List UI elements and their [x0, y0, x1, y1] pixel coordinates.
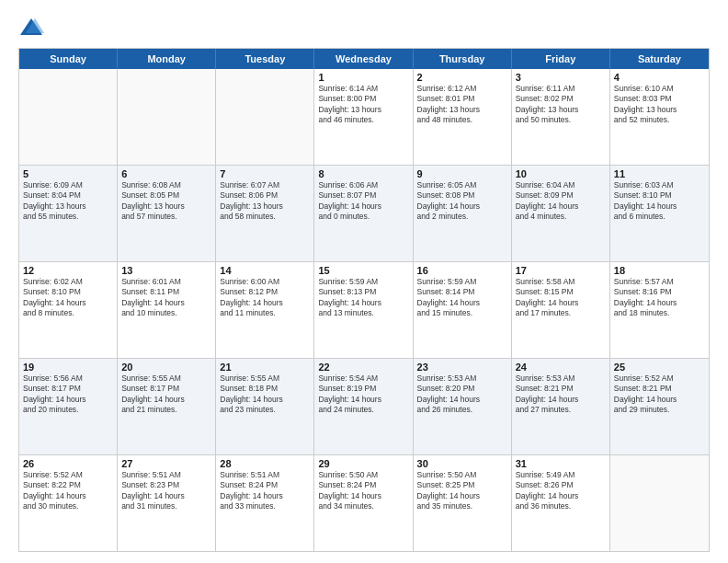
calendar-cell: 21Sunrise: 5:55 AM Sunset: 8:18 PM Dayli… — [216, 359, 314, 454]
day-number: 14 — [220, 265, 310, 276]
cell-info: Sunrise: 5:58 AM Sunset: 8:15 PM Dayligh… — [516, 277, 606, 319]
calendar-cell: 10Sunrise: 6:04 AM Sunset: 8:09 PM Dayli… — [512, 166, 610, 261]
calendar-header-cell: Thursday — [414, 49, 512, 69]
calendar-week: 1Sunrise: 6:14 AM Sunset: 8:00 PM Daylig… — [19, 69, 709, 166]
day-number: 10 — [516, 168, 606, 179]
calendar-cell: 30Sunrise: 5:50 AM Sunset: 8:25 PM Dayli… — [414, 455, 512, 551]
cell-info: Sunrise: 5:52 AM Sunset: 8:22 PM Dayligh… — [23, 470, 113, 512]
day-number: 4 — [614, 72, 705, 83]
cell-info: Sunrise: 6:14 AM Sunset: 8:00 PM Dayligh… — [318, 84, 408, 126]
day-number: 21 — [220, 362, 310, 373]
cell-info: Sunrise: 5:49 AM Sunset: 8:26 PM Dayligh… — [516, 470, 606, 512]
day-number: 13 — [121, 265, 211, 276]
day-number: 28 — [220, 458, 310, 469]
calendar-cell: 16Sunrise: 5:59 AM Sunset: 8:14 PM Dayli… — [414, 262, 512, 358]
cell-info: Sunrise: 5:55 AM Sunset: 8:17 PM Dayligh… — [121, 373, 211, 416]
calendar-header-cell: Friday — [512, 49, 610, 69]
calendar-cell: 22Sunrise: 5:54 AM Sunset: 8:19 PM Dayli… — [314, 359, 413, 454]
logo-icon — [18, 15, 44, 40]
calendar-header-cell: Monday — [118, 49, 216, 69]
cell-info: Sunrise: 5:59 AM Sunset: 8:13 PM Dayligh… — [318, 277, 408, 319]
calendar-cell: 14Sunrise: 6:00 AM Sunset: 8:12 PM Dayli… — [216, 262, 314, 358]
calendar-cell: 31Sunrise: 5:49 AM Sunset: 8:26 PM Dayli… — [512, 455, 610, 551]
cell-info: Sunrise: 5:53 AM Sunset: 8:21 PM Dayligh… — [516, 373, 606, 416]
calendar-header-cell: Saturday — [610, 49, 709, 69]
cell-info: Sunrise: 5:56 AM Sunset: 8:17 PM Dayligh… — [23, 373, 113, 416]
day-number: 29 — [318, 458, 408, 469]
day-number: 27 — [121, 458, 211, 469]
day-number: 19 — [23, 362, 113, 373]
cell-info: Sunrise: 5:54 AM Sunset: 8:19 PM Dayligh… — [318, 373, 408, 416]
day-number: 23 — [417, 362, 507, 373]
calendar-cell: 24Sunrise: 5:53 AM Sunset: 8:21 PM Dayli… — [512, 359, 610, 454]
calendar-cell: 6Sunrise: 6:08 AM Sunset: 8:05 PM Daylig… — [118, 166, 216, 261]
calendar-cell — [216, 69, 314, 165]
cell-info: Sunrise: 6:03 AM Sunset: 8:10 PM Dayligh… — [614, 180, 705, 223]
cell-info: Sunrise: 5:51 AM Sunset: 8:23 PM Dayligh… — [121, 470, 211, 512]
calendar-cell: 7Sunrise: 6:07 AM Sunset: 8:06 PM Daylig… — [216, 166, 314, 261]
calendar-header-row: SundayMondayTuesdayWednesdayThursdayFrid… — [19, 49, 709, 69]
cell-info: Sunrise: 6:08 AM Sunset: 8:05 PM Dayligh… — [121, 180, 211, 223]
cell-info: Sunrise: 6:07 AM Sunset: 8:06 PM Dayligh… — [220, 180, 310, 223]
cell-info: Sunrise: 5:55 AM Sunset: 8:18 PM Dayligh… — [220, 373, 310, 416]
cell-info: Sunrise: 5:51 AM Sunset: 8:24 PM Dayligh… — [220, 470, 310, 512]
calendar-cell: 1Sunrise: 6:14 AM Sunset: 8:00 PM Daylig… — [314, 69, 413, 165]
calendar-body: 1Sunrise: 6:14 AM Sunset: 8:00 PM Daylig… — [19, 69, 709, 551]
cell-info: Sunrise: 5:57 AM Sunset: 8:16 PM Dayligh… — [614, 277, 705, 319]
day-number: 1 — [318, 72, 408, 83]
cell-info: Sunrise: 5:52 AM Sunset: 8:21 PM Dayligh… — [614, 373, 705, 416]
day-number: 22 — [318, 362, 408, 373]
day-number: 24 — [516, 362, 606, 373]
calendar-cell: 20Sunrise: 5:55 AM Sunset: 8:17 PM Dayli… — [118, 359, 216, 454]
calendar-cell: 15Sunrise: 5:59 AM Sunset: 8:13 PM Dayli… — [314, 262, 413, 358]
cell-info: Sunrise: 6:04 AM Sunset: 8:09 PM Dayligh… — [516, 180, 606, 223]
cell-info: Sunrise: 5:53 AM Sunset: 8:20 PM Dayligh… — [417, 373, 507, 416]
cell-info: Sunrise: 6:11 AM Sunset: 8:02 PM Dayligh… — [516, 84, 606, 126]
calendar-cell: 9Sunrise: 6:05 AM Sunset: 8:08 PM Daylig… — [414, 166, 512, 261]
day-number: 6 — [121, 168, 211, 179]
calendar-week: 26Sunrise: 5:52 AM Sunset: 8:22 PM Dayli… — [19, 455, 709, 551]
calendar-cell: 4Sunrise: 6:10 AM Sunset: 8:03 PM Daylig… — [610, 69, 709, 165]
calendar-cell: 26Sunrise: 5:52 AM Sunset: 8:22 PM Dayli… — [19, 455, 118, 551]
calendar-week: 12Sunrise: 6:02 AM Sunset: 8:10 PM Dayli… — [19, 262, 709, 359]
day-number: 17 — [516, 265, 606, 276]
calendar-week: 19Sunrise: 5:56 AM Sunset: 8:17 PM Dayli… — [19, 359, 709, 455]
cell-info: Sunrise: 6:02 AM Sunset: 8:10 PM Dayligh… — [23, 277, 113, 319]
calendar-cell: 2Sunrise: 6:12 AM Sunset: 8:01 PM Daylig… — [414, 69, 512, 165]
day-number: 30 — [417, 458, 507, 469]
calendar-cell — [19, 69, 118, 165]
calendar-header-cell: Sunday — [19, 49, 118, 69]
day-number: 26 — [23, 458, 113, 469]
calendar-cell: 23Sunrise: 5:53 AM Sunset: 8:20 PM Dayli… — [414, 359, 512, 454]
day-number: 31 — [516, 458, 606, 469]
calendar-cell: 25Sunrise: 5:52 AM Sunset: 8:21 PM Dayli… — [610, 359, 709, 454]
calendar: SundayMondayTuesdayWednesdayThursdayFrid… — [18, 48, 710, 552]
cell-info: Sunrise: 6:05 AM Sunset: 8:08 PM Dayligh… — [417, 180, 507, 223]
calendar-cell: 8Sunrise: 6:06 AM Sunset: 8:07 PM Daylig… — [314, 166, 413, 261]
cell-info: Sunrise: 5:59 AM Sunset: 8:14 PM Dayligh… — [417, 277, 507, 319]
calendar-cell — [118, 69, 216, 165]
cell-info: Sunrise: 5:50 AM Sunset: 8:24 PM Dayligh… — [318, 470, 408, 512]
day-number: 5 — [23, 168, 113, 179]
calendar-cell: 3Sunrise: 6:11 AM Sunset: 8:02 PM Daylig… — [512, 69, 610, 165]
day-number: 11 — [614, 168, 705, 179]
day-number: 12 — [23, 265, 113, 276]
day-number: 18 — [614, 265, 705, 276]
cell-info: Sunrise: 6:12 AM Sunset: 8:01 PM Dayligh… — [417, 84, 507, 126]
calendar-header-cell: Tuesday — [216, 49, 314, 69]
cell-info: Sunrise: 6:01 AM Sunset: 8:11 PM Dayligh… — [121, 277, 211, 319]
cell-info: Sunrise: 6:10 AM Sunset: 8:03 PM Dayligh… — [614, 84, 705, 126]
calendar-cell: 28Sunrise: 5:51 AM Sunset: 8:24 PM Dayli… — [216, 455, 314, 551]
calendar-cell: 11Sunrise: 6:03 AM Sunset: 8:10 PM Dayli… — [610, 166, 709, 261]
calendar-cell: 13Sunrise: 6:01 AM Sunset: 8:11 PM Dayli… — [118, 262, 216, 358]
page: SundayMondayTuesdayWednesdayThursdayFrid… — [0, 0, 728, 563]
day-number: 8 — [318, 168, 408, 179]
calendar-cell: 18Sunrise: 5:57 AM Sunset: 8:16 PM Dayli… — [610, 262, 709, 358]
header — [18, 15, 710, 40]
day-number: 25 — [614, 362, 705, 373]
cell-info: Sunrise: 5:50 AM Sunset: 8:25 PM Dayligh… — [417, 470, 507, 512]
day-number: 15 — [318, 265, 408, 276]
day-number: 16 — [417, 265, 507, 276]
calendar-cell: 27Sunrise: 5:51 AM Sunset: 8:23 PM Dayli… — [118, 455, 216, 551]
day-number: 3 — [516, 72, 606, 83]
